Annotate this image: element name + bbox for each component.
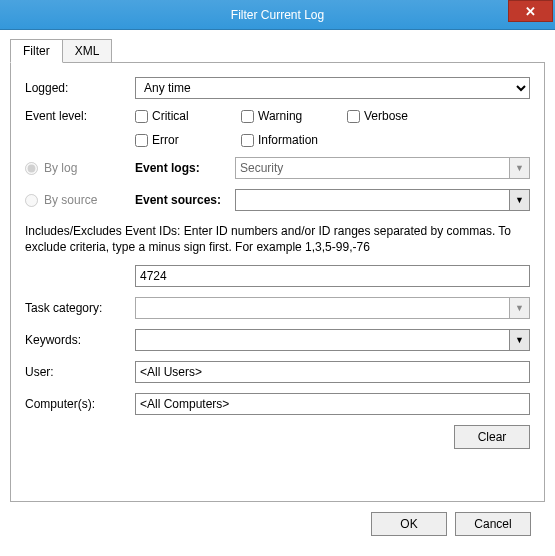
information-label: Information: [258, 133, 318, 147]
ok-button[interactable]: OK: [371, 512, 447, 536]
warning-checkbox[interactable]: [241, 110, 254, 123]
close-button[interactable]: ✕: [508, 0, 553, 22]
event-level-label: Event level:: [25, 109, 135, 123]
task-category-value: [136, 298, 509, 318]
clear-button[interactable]: Clear: [454, 425, 530, 449]
computers-input[interactable]: [135, 393, 530, 415]
event-ids-input[interactable]: [135, 265, 530, 287]
event-sources-value: [236, 190, 509, 210]
event-logs-combo: Security ▼: [235, 157, 530, 179]
by-source-radio-wrap: By source: [25, 193, 135, 207]
dialog-footer: OK Cancel: [10, 502, 545, 536]
event-sources-label: Event sources:: [135, 193, 235, 207]
tab-filter[interactable]: Filter: [10, 39, 63, 63]
information-checkbox-wrap[interactable]: Information: [241, 133, 351, 147]
critical-checkbox[interactable]: [135, 110, 148, 123]
by-source-label: By source: [44, 193, 97, 207]
event-sources-combo[interactable]: ▼: [235, 189, 530, 211]
tab-xml[interactable]: XML: [63, 39, 113, 63]
verbose-checkbox-wrap[interactable]: Verbose: [347, 109, 447, 123]
error-label: Error: [152, 133, 179, 147]
window-title: Filter Current Log: [0, 8, 555, 22]
warning-checkbox-wrap[interactable]: Warning: [241, 109, 341, 123]
chevron-down-icon: ▼: [509, 298, 529, 318]
close-icon: ✕: [525, 5, 536, 18]
computers-label: Computer(s):: [25, 397, 135, 411]
chevron-down-icon[interactable]: ▼: [509, 190, 529, 210]
by-log-label: By log: [44, 161, 77, 175]
logged-label: Logged:: [25, 81, 135, 95]
verbose-checkbox[interactable]: [347, 110, 360, 123]
title-bar: Filter Current Log ✕: [0, 0, 555, 30]
user-label: User:: [25, 365, 135, 379]
critical-label: Critical: [152, 109, 189, 123]
event-ids-help: Includes/Excludes Event IDs: Enter ID nu…: [25, 223, 530, 255]
by-log-radio-wrap: By log: [25, 161, 135, 175]
task-category-label: Task category:: [25, 301, 135, 315]
logged-select[interactable]: Any time: [135, 77, 530, 99]
keywords-label: Keywords:: [25, 333, 135, 347]
error-checkbox[interactable]: [135, 134, 148, 147]
task-category-combo: ▼: [135, 297, 530, 319]
event-logs-label: Event logs:: [135, 161, 235, 175]
chevron-down-icon[interactable]: ▼: [509, 330, 529, 350]
by-source-radio: [25, 194, 38, 207]
keywords-value: [136, 330, 509, 350]
event-logs-value: Security: [236, 158, 509, 178]
error-checkbox-wrap[interactable]: Error: [135, 133, 235, 147]
keywords-combo[interactable]: ▼: [135, 329, 530, 351]
critical-checkbox-wrap[interactable]: Critical: [135, 109, 235, 123]
verbose-label: Verbose: [364, 109, 408, 123]
filter-panel: Logged: Any time Event level: Critical W…: [10, 62, 545, 502]
chevron-down-icon: ▼: [509, 158, 529, 178]
information-checkbox[interactable]: [241, 134, 254, 147]
user-input[interactable]: [135, 361, 530, 383]
warning-label: Warning: [258, 109, 302, 123]
tab-strip: Filter XML: [10, 39, 545, 63]
cancel-button[interactable]: Cancel: [455, 512, 531, 536]
by-log-radio: [25, 162, 38, 175]
